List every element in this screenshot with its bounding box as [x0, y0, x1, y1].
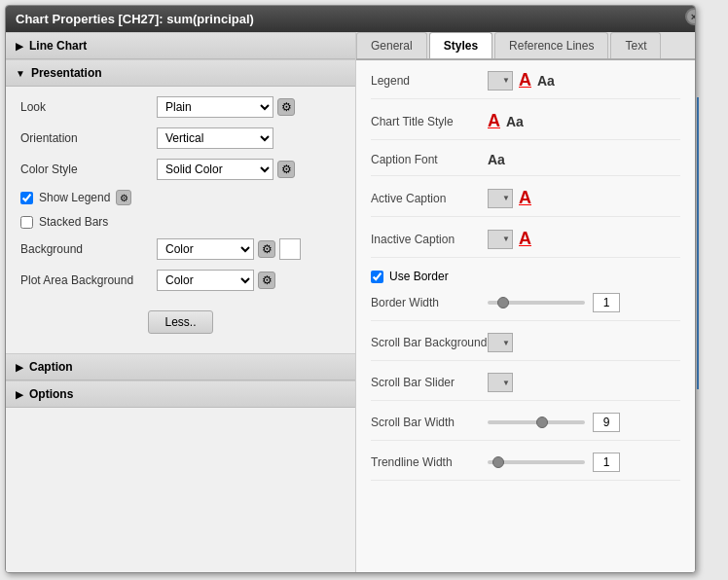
border-width-value: 1	[593, 293, 620, 312]
scroll-bar-bg-row: Scroll Bar Background ▼	[371, 333, 680, 361]
scroll-bar-slider-label: Scroll Bar Slider	[371, 376, 488, 389]
legend-color-arrow: ▼	[502, 76, 510, 85]
tab-reference-lines[interactable]: Reference Lines	[494, 32, 608, 58]
scroll-bar-width-label: Scroll Bar Width	[371, 416, 488, 429]
scroll-bar-slider-arrow: ▼	[502, 379, 510, 387]
inactive-caption-label: Inactive Caption	[371, 233, 488, 246]
border-width-label: Border Width	[371, 296, 488, 309]
look-select[interactable]: Plain Styled Flat	[157, 96, 273, 118]
orientation-control: Vertical Horizontal	[157, 127, 273, 149]
legend-label: Legend	[371, 74, 488, 88]
trendline-width-slider[interactable]	[488, 460, 585, 464]
styles-tab-content: Legend ▼ A Aa Chart Title Style A Aa	[356, 60, 695, 572]
look-gear[interactable]: ⚙	[277, 98, 295, 116]
plot-area-label: Plot Area Background	[20, 273, 157, 287]
line-chart-section-header[interactable]: ▶ Line Chart	[6, 32, 355, 59]
inactive-caption-color-arrow: ▼	[502, 235, 510, 243]
caption-font-controls: Aa	[488, 152, 505, 167]
close-button[interactable]: ×	[685, 8, 696, 25]
background-row: Background Color None ⚙	[20, 238, 341, 260]
active-caption-color-arrow: ▼	[502, 194, 510, 202]
legend-row: Legend ▼ A Aa	[371, 70, 680, 99]
scroll-bar-width-row: Scroll Bar Width 9	[371, 413, 680, 441]
chart-title-aa-text[interactable]: Aa	[506, 114, 524, 129]
background-select[interactable]: Color None	[157, 238, 254, 260]
legend-font-a-icon[interactable]: A	[519, 70, 531, 91]
look-control: Plain Styled Flat ⚙	[157, 96, 295, 118]
background-label: Background	[20, 242, 157, 256]
background-control: Color None ⚙	[157, 238, 301, 260]
caption-arrow: ▶	[16, 362, 23, 373]
trendline-width-label: Trendline Width	[371, 455, 488, 469]
active-caption-controls: ▼ A	[488, 188, 531, 208]
color-style-select[interactable]: Solid Color Gradient Pattern	[157, 159, 273, 180]
inactive-caption-controls: ▼ A	[488, 229, 531, 249]
look-label: Look	[20, 100, 157, 114]
color-style-label: Color Style	[20, 163, 157, 176]
left-panel: ▶ Line Chart ▼ Presentation Look Plain S…	[6, 32, 356, 572]
orientation-select[interactable]: Vertical Horizontal	[157, 127, 273, 149]
caption-font-label: Caption Font	[371, 153, 488, 166]
inactive-caption-color-box[interactable]: ▼	[488, 230, 513, 249]
presentation-arrow: ▼	[16, 68, 25, 79]
plot-area-gear[interactable]: ⚙	[258, 272, 275, 289]
orientation-row: Orientation Vertical Horizontal	[20, 127, 341, 149]
options-section-header[interactable]: ▶ Options	[6, 381, 355, 408]
scroll-bar-bg-arrow: ▼	[502, 339, 510, 347]
scroll-bar-width-value: 9	[593, 413, 620, 432]
active-caption-font-a-icon[interactable]: A	[519, 188, 531, 208]
scroll-bar-bg-controls: ▼	[488, 333, 513, 352]
stacked-bars-checkbox[interactable]	[20, 216, 33, 229]
inactive-caption-font-a-icon[interactable]: A	[519, 229, 531, 249]
tabs-container: General Styles Reference Lines Text	[356, 32, 695, 60]
trendline-width-thumb[interactable]	[492, 456, 504, 468]
active-caption-label: Active Caption	[371, 192, 488, 205]
use-border-label: Use Border	[389, 270, 449, 283]
tab-text[interactable]: Text	[610, 32, 661, 58]
chart-title-font-a-icon[interactable]: A	[488, 111, 500, 131]
scroll-bar-width-thumb[interactable]	[536, 417, 548, 428]
scroll-bar-slider-row: Scroll Bar Slider ▼	[371, 373, 680, 401]
legend-controls: ▼ A Aa	[488, 70, 555, 91]
background-color-swatch[interactable]	[279, 238, 301, 260]
tab-general[interactable]: General	[356, 32, 427, 58]
show-legend-gear[interactable]: ⚙	[116, 190, 131, 205]
scroll-bar-width-slider[interactable]	[488, 420, 585, 424]
presentation-body: Look Plain Styled Flat ⚙ Orientation	[6, 87, 355, 353]
trendline-width-value: 1	[593, 453, 620, 472]
caption-font-row: Caption Font Aa	[371, 152, 680, 176]
scroll-bar-slider-color-box[interactable]: ▼	[488, 373, 513, 392]
trendline-width-control: 1	[488, 453, 620, 472]
show-legend-row: Show Legend ⚙	[20, 190, 341, 205]
border-width-thumb[interactable]	[497, 297, 509, 308]
legend-aa-text[interactable]: Aa	[537, 73, 555, 89]
plot-area-row: Plot Area Background Color None ⚙	[20, 270, 341, 291]
scroll-bar-slider-controls: ▼	[488, 373, 513, 392]
presentation-section-header[interactable]: ▼ Presentation	[6, 59, 355, 87]
border-width-row: Border Width 1	[371, 293, 680, 321]
scroll-bar-bg-color-box[interactable]: ▼	[488, 333, 513, 352]
chart-title-style-label: Chart Title Style	[371, 115, 488, 128]
plot-area-select[interactable]: Color None	[157, 270, 254, 291]
scroll-bar-bg-label: Scroll Bar Background	[371, 336, 488, 349]
border-width-slider[interactable]	[488, 301, 585, 305]
options-label: Options	[29, 387, 73, 401]
stacked-bars-label: Stacked Bars	[39, 215, 108, 229]
caption-section-header[interactable]: ▶ Caption	[6, 353, 355, 381]
less-button[interactable]: Less..	[148, 310, 212, 334]
use-border-checkbox[interactable]	[371, 271, 383, 283]
background-gear[interactable]: ⚙	[258, 240, 275, 258]
chart-title-controls: A Aa	[488, 111, 524, 131]
active-caption-color-box[interactable]: ▼	[488, 189, 513, 208]
legend-color-box[interactable]: ▼	[488, 71, 513, 91]
use-border-row: Use Border	[371, 270, 680, 283]
right-panel: General Styles Reference Lines Text Lege…	[356, 32, 695, 572]
tab-styles[interactable]: Styles	[429, 32, 492, 58]
scroll-bar-width-control: 9	[488, 413, 620, 432]
line-chart-arrow: ▶	[16, 41, 23, 52]
show-legend-checkbox[interactable]	[20, 192, 33, 204]
dialog-title: Chart Properties [CH27]: sum(principal)	[16, 12, 254, 26]
caption-font-aa-text[interactable]: Aa	[488, 152, 505, 167]
presentation-label: Presentation	[31, 66, 102, 80]
color-style-gear[interactable]: ⚙	[277, 161, 295, 178]
